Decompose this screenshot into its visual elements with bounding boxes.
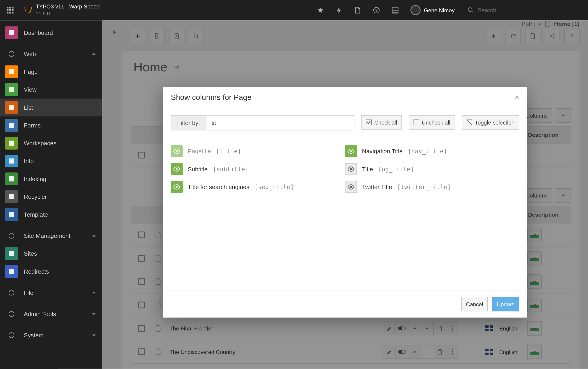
svg-point-18 bbox=[9, 51, 14, 56]
uncheck-all-button[interactable]: Uncheck all bbox=[409, 115, 455, 130]
column-option[interactable]: Pagetitle [title] bbox=[171, 145, 345, 157]
svg-point-15 bbox=[468, 8, 472, 12]
global-search[interactable] bbox=[461, 0, 588, 20]
system-info[interactable]: TYPO3 v11 - Warp Speed 11.5.0 bbox=[36, 4, 99, 17]
bookmark-icon[interactable] bbox=[311, 0, 330, 20]
sites-icon bbox=[5, 247, 18, 260]
sidebar-item-forms[interactable]: Forms bbox=[0, 116, 102, 134]
sidebar-item-redirects[interactable]: Redirects bbox=[0, 263, 102, 280]
svg-point-31 bbox=[9, 290, 14, 295]
indexing-icon bbox=[5, 172, 18, 185]
sidebar-item-label: Site Management bbox=[24, 232, 70, 239]
sidebar-item-info[interactable]: Info bbox=[0, 152, 102, 170]
visibility-toggle[interactable] bbox=[345, 145, 357, 157]
svg-line-16 bbox=[472, 11, 473, 12]
view-icon bbox=[5, 83, 18, 96]
template-icon bbox=[5, 208, 18, 221]
sidebar-item-web[interactable]: Web bbox=[0, 45, 102, 63]
user-menu[interactable]: Gene Nimoy bbox=[404, 0, 461, 20]
sidebar-item-label: Template bbox=[24, 211, 48, 218]
sidebar-item-system[interactable]: System bbox=[0, 326, 102, 344]
sidebar-item-list[interactable]: List bbox=[0, 99, 102, 116]
column-option[interactable]: Twitter Title [twitter_title] bbox=[345, 181, 519, 193]
column-code: [nav_title] bbox=[408, 148, 447, 155]
svg-rect-7 bbox=[9, 12, 11, 13]
svg-rect-19 bbox=[9, 69, 14, 74]
visibility-toggle[interactable] bbox=[171, 145, 183, 157]
help-icon[interactable]: ? bbox=[367, 0, 386, 20]
dashboard-icon bbox=[5, 26, 18, 39]
chevron-down-icon bbox=[92, 312, 96, 316]
cache-icon[interactable] bbox=[330, 0, 348, 20]
svg-rect-0 bbox=[7, 7, 9, 9]
admintools-icon bbox=[5, 308, 18, 320]
sidebar-item-workspaces[interactable]: Workspaces bbox=[0, 134, 102, 152]
svg-rect-25 bbox=[9, 176, 14, 181]
forms-icon bbox=[5, 119, 18, 132]
checkbox-empty-icon bbox=[413, 119, 419, 125]
svg-text:?: ? bbox=[375, 8, 378, 12]
svg-point-58 bbox=[176, 150, 178, 152]
web-icon bbox=[5, 48, 18, 61]
file-icon bbox=[5, 286, 18, 299]
sidebar-item-label: Recycler bbox=[24, 193, 47, 200]
column-option[interactable]: Title [og_title] bbox=[345, 163, 519, 175]
sitemgmt-icon bbox=[5, 229, 18, 242]
sidebar-item-sites[interactable]: Sites bbox=[0, 245, 102, 263]
system-version: 11.5.0 bbox=[36, 10, 99, 17]
column-code: [og_title] bbox=[378, 165, 414, 172]
svg-point-61 bbox=[350, 150, 352, 152]
application-info-icon[interactable] bbox=[386, 0, 404, 20]
update-button[interactable]: Update bbox=[492, 297, 519, 311]
sidebar-item-page[interactable]: Page bbox=[0, 63, 102, 81]
sidebar-item-template[interactable]: Template bbox=[0, 206, 102, 224]
sidebar-item-sitemgmt[interactable]: Site Management bbox=[0, 227, 102, 245]
sidebar-item-label: Sites bbox=[24, 250, 37, 257]
column-option[interactable]: Subtitle [subtitle] bbox=[171, 163, 345, 175]
svg-rect-8 bbox=[12, 12, 13, 13]
column-code: [subtitle] bbox=[213, 165, 249, 172]
sidebar-item-admintools[interactable]: Admin Tools bbox=[0, 305, 102, 323]
redirects-icon bbox=[5, 265, 18, 278]
sidebar-item-view[interactable]: View bbox=[0, 81, 102, 99]
sidebar-item-label: Forms bbox=[24, 122, 41, 129]
chevron-down-icon bbox=[92, 291, 96, 295]
visibility-toggle[interactable] bbox=[345, 163, 357, 175]
filter-label: Filter by: bbox=[171, 116, 206, 130]
close-icon[interactable]: × bbox=[515, 93, 519, 102]
column-option[interactable]: Title for search engines [seo_title] bbox=[171, 181, 345, 193]
sidebar-item-label: File bbox=[24, 289, 33, 296]
list-icon bbox=[5, 101, 18, 114]
svg-rect-23 bbox=[9, 141, 14, 146]
svg-rect-30 bbox=[9, 269, 14, 274]
visibility-toggle[interactable] bbox=[171, 181, 183, 193]
svg-rect-24 bbox=[9, 158, 14, 164]
sidebar-item-label: Page bbox=[24, 68, 38, 75]
filter-input[interactable] bbox=[206, 116, 354, 130]
column-code: [seo_title] bbox=[255, 184, 294, 190]
check-all-button[interactable]: Check all bbox=[361, 115, 402, 130]
sidebar-item-dashboard[interactable]: Dashboard bbox=[0, 24, 102, 41]
document-icon[interactable] bbox=[348, 0, 367, 20]
search-icon bbox=[467, 7, 474, 14]
visibility-toggle[interactable] bbox=[171, 163, 183, 175]
svg-rect-1 bbox=[9, 7, 11, 9]
show-columns-modal: Show columns for Page × Filter by: Check… bbox=[163, 87, 527, 318]
sidebar-item-label: Info bbox=[24, 158, 34, 164]
visibility-toggle[interactable] bbox=[345, 181, 357, 193]
search-input[interactable] bbox=[478, 7, 563, 14]
svg-point-33 bbox=[9, 332, 14, 338]
toggle-selection-button[interactable]: Toggle selection bbox=[462, 115, 519, 130]
sidebar-item-recycler[interactable]: Recycler bbox=[0, 188, 102, 205]
svg-rect-22 bbox=[9, 123, 14, 128]
column-option[interactable]: Navigation Title [nav_title] bbox=[345, 145, 519, 157]
modal-backdrop[interactable]: Show columns for Page × Filter by: Check… bbox=[102, 20, 588, 369]
page-icon bbox=[5, 65, 18, 78]
sidebar-item-label: Admin Tools bbox=[24, 311, 56, 318]
sidebar-item-indexing[interactable]: Indexing bbox=[0, 170, 102, 188]
svg-rect-4 bbox=[9, 9, 11, 11]
modules-grid-button[interactable] bbox=[0, 0, 20, 20]
cancel-button[interactable]: Cancel bbox=[461, 297, 488, 311]
sidebar-item-label: Indexing bbox=[24, 175, 46, 182]
sidebar-item-file[interactable]: File bbox=[0, 284, 102, 301]
